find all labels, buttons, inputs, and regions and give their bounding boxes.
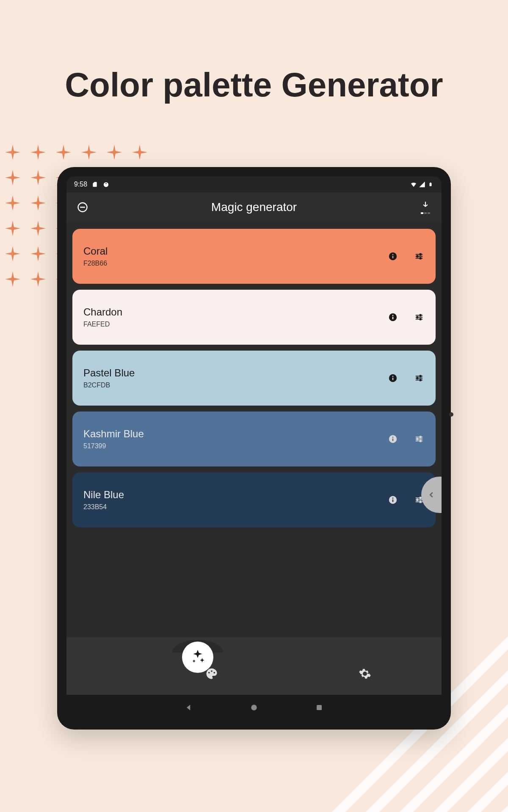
color-card[interactable]: ChardonFAEFED — [72, 290, 436, 345]
sparkle-icon — [25, 266, 51, 292]
sparkle-icon — [0, 190, 25, 216]
color-list: CoralF28B66ChardonFAEFEDPastel BlueB2CFD… — [66, 222, 442, 653]
sparkle-icon — [0, 165, 25, 190]
tune-icon[interactable] — [414, 433, 425, 444]
color-name: Pastel Blue — [83, 367, 135, 379]
sparkle-icon — [76, 140, 102, 165]
svg-point-41 — [392, 436, 394, 438]
svg-rect-55 — [420, 497, 421, 499]
system-home[interactable] — [249, 702, 259, 713]
system-recent[interactable] — [314, 702, 324, 713]
sparkle-icon — [102, 140, 127, 165]
svg-rect-28 — [420, 315, 421, 316]
sparkle-icon — [51, 140, 76, 165]
color-card[interactable]: Kashmir Blue517399 — [72, 411, 436, 466]
svg-point-62 — [213, 672, 215, 674]
info-icon[interactable] — [387, 312, 398, 323]
sparkle-icon — [0, 241, 25, 266]
signal-icon — [419, 181, 425, 188]
screen: 9:58 — [66, 176, 442, 720]
info-icon[interactable] — [387, 494, 398, 505]
svg-rect-24 — [392, 317, 394, 319]
wifi-icon — [410, 181, 417, 188]
svg-point-61 — [211, 670, 213, 672]
sparkle-icon — [25, 165, 51, 190]
svg-rect-64 — [317, 705, 322, 710]
nav-magic[interactable] — [182, 642, 213, 673]
svg-rect-29 — [417, 316, 418, 318]
svg-rect-30 — [420, 318, 421, 320]
svg-point-50 — [392, 497, 394, 499]
svg-rect-38 — [417, 377, 418, 379]
sparkle-icon — [25, 190, 51, 216]
color-hex: 233B54 — [83, 503, 124, 511]
svg-rect-42 — [392, 439, 394, 441]
svg-point-8 — [105, 183, 107, 184]
header-title: Magic generator — [90, 200, 418, 214]
download-button[interactable] — [418, 200, 433, 215]
system-back[interactable] — [184, 702, 194, 713]
svg-point-32 — [392, 376, 394, 377]
svg-rect-9 — [430, 183, 432, 187]
tune-icon[interactable] — [414, 251, 425, 262]
circle-icon — [102, 181, 109, 188]
svg-rect-51 — [392, 499, 394, 502]
color-name: Coral — [83, 245, 108, 257]
sparkle-icon — [0, 266, 25, 292]
battery-icon — [427, 181, 434, 188]
color-card[interactable]: CoralF28B66 — [72, 229, 436, 284]
tune-icon[interactable] — [414, 373, 425, 384]
bottom-nav — [66, 653, 442, 695]
status-time: 9:58 — [74, 181, 87, 188]
color-name: Chardon — [83, 306, 122, 318]
svg-point-63 — [251, 705, 257, 710]
svg-rect-20 — [417, 255, 418, 257]
color-card[interactable]: Nile Blue233B54 — [72, 472, 436, 527]
info-icon[interactable] — [387, 251, 398, 262]
sparkle-icon — [0, 216, 25, 241]
svg-rect-47 — [417, 438, 418, 440]
info-icon[interactable] — [387, 433, 398, 444]
svg-rect-37 — [420, 376, 421, 377]
color-hex: B2CFDB — [83, 381, 135, 389]
sparkle-icon — [25, 140, 51, 165]
app-header: Magic generator — [66, 192, 442, 222]
remove-button[interactable] — [75, 200, 90, 215]
svg-rect-10 — [430, 182, 431, 183]
sparkle-icon — [25, 241, 51, 266]
color-hex: FAEFED — [83, 321, 122, 328]
svg-rect-46 — [420, 436, 421, 438]
sparkle-icon — [127, 140, 152, 165]
nav-settings[interactable] — [357, 666, 373, 681]
sparkle-icon — [0, 140, 25, 165]
color-hex: F28B66 — [83, 260, 108, 267]
sparkle-icon — [25, 216, 51, 241]
tablet-frame: 9:58 — [57, 167, 451, 730]
page-title: Color palette Generator — [0, 66, 508, 104]
status-bar: 9:58 — [66, 176, 442, 192]
svg-rect-48 — [420, 440, 421, 442]
system-nav — [66, 695, 442, 720]
tune-icon[interactable] — [414, 312, 425, 323]
svg-rect-33 — [392, 378, 394, 380]
info-icon[interactable] — [387, 373, 398, 384]
svg-rect-39 — [420, 379, 421, 381]
svg-point-60 — [208, 672, 210, 674]
tablet-camera — [449, 412, 453, 417]
svg-point-7 — [104, 182, 108, 187]
color-name: Kashmir Blue — [83, 428, 144, 440]
svg-point-14 — [392, 254, 394, 255]
svg-rect-21 — [420, 258, 421, 259]
color-name: Nile Blue — [83, 489, 124, 501]
svg-rect-57 — [420, 501, 421, 503]
svg-point-23 — [392, 315, 394, 316]
color-card[interactable]: Pastel BlueB2CFDB — [72, 351, 436, 406]
svg-rect-19 — [420, 254, 421, 255]
svg-rect-15 — [392, 256, 394, 258]
sd-card-icon — [91, 181, 98, 188]
svg-rect-56 — [417, 499, 418, 501]
color-hex: 517399 — [83, 442, 144, 450]
